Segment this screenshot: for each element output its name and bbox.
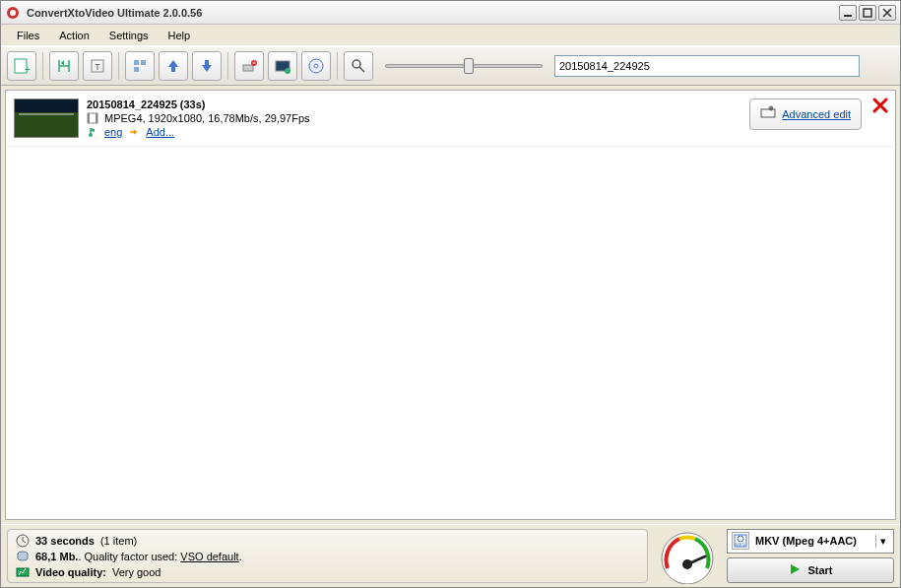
svg-rect-22 [761,109,775,117]
size-suffix: . Quality factor used: [78,551,180,562]
svg-rect-9 [134,67,139,72]
size-value: 68,1 Mb. [35,551,78,562]
move-down-button[interactable] [192,51,222,81]
video-thumbnail[interactable] [14,98,79,138]
separator [118,52,119,80]
zoom-slider[interactable] [385,64,543,68]
quality-label: Video quality: [35,566,106,578]
svg-point-21 [89,133,93,137]
video-track-icon [87,112,98,124]
advanced-edit-button[interactable]: Advanced edit [749,98,862,130]
remove-item-button[interactable] [871,97,889,119]
svg-text:T: T [95,62,100,72]
disk-icon [16,550,30,563]
clock-icon [16,534,30,548]
remove-button[interactable] [234,51,264,81]
svg-rect-2 [844,15,852,17]
close-button[interactable] [878,5,896,21]
svg-rect-3 [864,9,871,17]
quality-factor-link[interactable]: VSO default [180,551,238,562]
edit-icon [760,105,776,123]
file-list: 20150814_224925 (33s) MPEG4, 1920x1080, … [5,90,896,520]
burn-button[interactable] [301,51,331,81]
svg-point-16 [314,64,318,68]
statusbar: 33 seconds (1 item) 68,1 Mb.. Quality fa… [1,524,900,587]
menu-action[interactable]: Action [49,27,99,44]
start-label: Start [807,564,832,576]
status-panel: 33 seconds (1 item) 68,1 Mb.. Quality fa… [7,529,648,583]
treeview-button[interactable] [125,51,155,81]
separator [337,52,338,80]
advanced-edit-label: Advanced edit [782,108,851,120]
svg-rect-20 [96,113,97,123]
app-icon [5,5,21,21]
audio-track-icon [87,126,98,138]
item-count: (1 item) [100,535,137,547]
add-subtitle-link[interactable]: Add... [146,126,174,138]
svg-point-1 [10,10,16,16]
svg-rect-19 [88,113,90,123]
svg-rect-10 [141,60,146,65]
quality-icon [16,565,30,579]
filename-input[interactable] [554,55,860,77]
menu-help[interactable]: Help [159,27,201,44]
preview-button[interactable] [268,51,297,81]
svg-rect-11 [243,65,253,71]
merge-button[interactable] [49,51,79,81]
output-format-select[interactable]: MKV MKV (Mpeg 4+AAC) ▾ [727,529,894,554]
toolbar: + T [1,46,900,86]
search-button[interactable] [344,51,373,81]
subtitle-icon [128,126,140,138]
menubar: Files Action Settings Help [1,25,900,46]
svg-point-14 [285,68,290,74]
svg-text:+: + [25,64,31,75]
add-file-button[interactable]: + [7,51,36,81]
list-item[interactable]: 20150814_224925 (33s) MPEG4, 1920x1080, … [6,91,895,147]
svg-rect-8 [134,60,139,65]
play-icon [788,562,802,578]
quality-value: Very good [112,566,161,578]
start-button[interactable]: Start [727,557,894,583]
duration-value: 33 seconds [35,535,95,547]
separator [42,52,43,80]
menu-files[interactable]: Files [7,27,49,44]
chapter-button[interactable]: T [83,51,112,81]
quality-gauge [656,529,719,584]
svg-point-27 [662,533,713,584]
svg-text:MKV: MKV [736,542,747,548]
minimize-button[interactable] [839,5,857,21]
move-up-button[interactable] [159,51,188,81]
format-icon: MKV [732,532,749,550]
svg-point-17 [353,60,360,68]
menu-settings[interactable]: Settings [99,27,159,44]
separator [227,52,228,80]
chevron-down-icon: ▾ [875,535,889,548]
size-period: . [239,551,242,562]
item-details: MPEG4, 1920x1080, 16,78Mb/s, 29,97Fps [104,112,310,124]
window-title: ConvertXtoVideo Ultimate 2.0.0.56 [27,7,837,19]
maximize-button[interactable] [859,5,876,21]
format-label: MKV (Mpeg 4+AAC) [755,535,869,547]
titlebar: ConvertXtoVideo Ultimate 2.0.0.56 [1,1,900,25]
audio-language-link[interactable]: eng [104,126,122,138]
